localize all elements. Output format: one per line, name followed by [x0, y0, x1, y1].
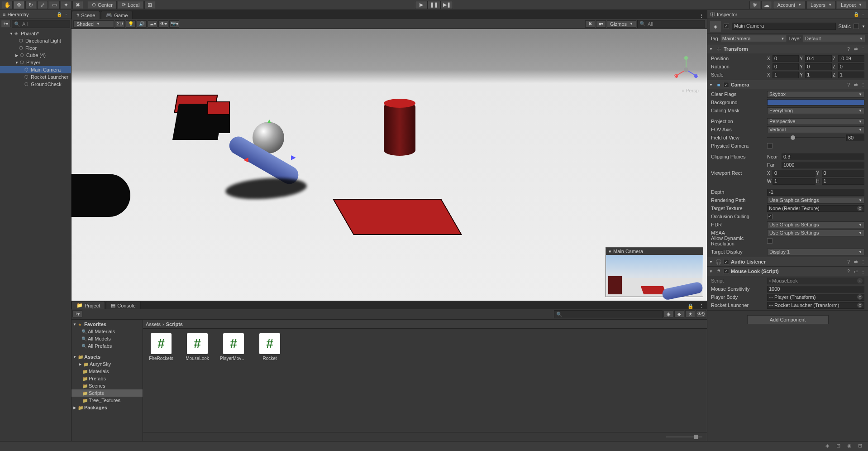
- dynamic-res-checkbox[interactable]: [767, 238, 773, 244]
- axis-y-arrow[interactable]: ▲: [266, 117, 272, 125]
- pivot-local-toggle[interactable]: ⟳Local: [118, 1, 143, 9]
- axis-z-arrow[interactable]: ▶: [291, 154, 296, 161]
- rotate-tool[interactable]: ↻: [25, 1, 36, 9]
- menu-icon[interactable]: ⋮: [860, 268, 866, 274]
- msaa-dropdown[interactable]: Use Graphics Settings▼: [767, 230, 864, 236]
- hierarchy-item-light[interactable]: ⬡Directional Light: [0, 37, 71, 44]
- project-filter-3[interactable]: ★: [685, 310, 695, 317]
- scale-tool[interactable]: ⤢: [37, 1, 48, 9]
- collab-icon[interactable]: ❋: [749, 1, 760, 9]
- transform-header[interactable]: ▼⊹Transform?⇄⋮: [707, 44, 868, 53]
- object-active-checkbox[interactable]: [724, 24, 729, 29]
- object-picker-icon[interactable]: ⊙: [857, 302, 863, 308]
- scene-search[interactable]: 🔍All: [637, 20, 705, 28]
- hand-tool[interactable]: ✋: [2, 1, 13, 9]
- object-picker-icon[interactable]: ⊙: [857, 206, 863, 211]
- folder-scenes[interactable]: 📁Scenes: [72, 382, 143, 389]
- favorites-root[interactable]: ▼★Favorites: [72, 321, 143, 328]
- add-component-button[interactable]: Add Component: [747, 315, 829, 324]
- viewport-y-input[interactable]: 0: [822, 170, 865, 177]
- layers-dropdown[interactable]: Layers▼: [806, 1, 836, 9]
- asset-rocket[interactable]: #Rocket: [256, 333, 283, 361]
- project-hidden-toggle[interactable]: 👁9: [696, 310, 706, 317]
- asset-playermove[interactable]: #PlayerMove...: [220, 333, 247, 361]
- clear-flags-dropdown[interactable]: Skybox▼: [767, 91, 864, 98]
- grid-size-slider[interactable]: [666, 437, 702, 437]
- hierarchy-add-button[interactable]: +▾: [1, 20, 11, 27]
- help-icon[interactable]: ?: [845, 259, 852, 265]
- scene-camera-toggle[interactable]: 📷▾: [169, 20, 179, 28]
- breadcrumb-scripts[interactable]: Scripts: [166, 321, 183, 327]
- folder-tree-textures[interactable]: 📁Tree_Textures: [72, 397, 143, 404]
- gameobject-icon[interactable]: ◈: [710, 21, 721, 32]
- scale-z-input[interactable]: 1: [838, 72, 864, 78]
- near-input[interactable]: 0.3: [782, 154, 864, 160]
- target-texture-field[interactable]: None (Render Texture)⊙: [767, 205, 864, 212]
- hierarchy-item-floor[interactable]: ⬡Floor: [0, 44, 71, 52]
- snap-toggle[interactable]: ⊞: [144, 1, 155, 9]
- static-checkbox[interactable]: [854, 24, 859, 29]
- scene-audio-toggle[interactable]: 🔊: [137, 20, 147, 28]
- rocket-launcher-field[interactable]: ⊹ Rocket Launcher (Transform)⊙: [767, 302, 864, 309]
- hierarchy-item-rocket-launcher[interactable]: ⬡Rocket Launcher: [0, 73, 71, 81]
- help-icon[interactable]: ?: [845, 268, 852, 274]
- culling-mask-dropdown[interactable]: Everything▼: [767, 107, 864, 114]
- scale-y-input[interactable]: 1: [805, 72, 831, 78]
- tag-dropdown[interactable]: MainCamera▼: [720, 35, 787, 42]
- sensitivity-input[interactable]: 1000: [767, 286, 864, 293]
- scene-root[interactable]: ▼◈Pharah*: [0, 30, 71, 37]
- folder-scripts[interactable]: 📁Scripts: [72, 389, 143, 397]
- scale-x-input[interactable]: 1: [773, 72, 799, 78]
- fov-slider[interactable]: [767, 137, 845, 138]
- scene-menu-icon[interactable]: ⋮: [696, 13, 707, 19]
- viewport-w-input[interactable]: 1: [773, 178, 816, 185]
- project-lock-icon[interactable]: 🔒: [685, 303, 696, 309]
- physical-camera-checkbox[interactable]: [767, 143, 773, 149]
- breadcrumb-assets[interactable]: Assets: [146, 321, 161, 327]
- inspector-menu-icon[interactable]: ⋮: [861, 12, 865, 17]
- fav-all-models[interactable]: 🔍All Models: [72, 335, 143, 342]
- preset-icon[interactable]: ⇄: [853, 46, 859, 52]
- layout-dropdown[interactable]: Layout▼: [837, 1, 866, 9]
- axis-x-arrow[interactable]: ◀: [243, 156, 248, 163]
- cloud-icon[interactable]: ☁: [761, 1, 772, 9]
- pos-x-input[interactable]: 0: [773, 55, 799, 62]
- tab-console[interactable]: ▤Console: [106, 301, 140, 309]
- help-icon[interactable]: ?: [845, 82, 852, 88]
- custom-tool[interactable]: ✖: [72, 1, 83, 9]
- scene-visibility-toggle[interactable]: 👁▾: [158, 20, 168, 28]
- background-color-field[interactable]: [767, 99, 864, 106]
- scene-light-toggle[interactable]: 💡: [126, 20, 136, 28]
- object-picker-icon[interactable]: ⊙: [857, 294, 863, 300]
- fav-all-prefabs[interactable]: 🔍All Prefabs: [72, 342, 143, 350]
- pivot-center-toggle[interactable]: ⊙Center: [88, 1, 117, 9]
- project-search[interactable]: 🔍: [554, 310, 663, 318]
- target-display-dropdown[interactable]: Display 1▼: [767, 249, 864, 255]
- move-tool[interactable]: ✥: [14, 1, 24, 9]
- help-icon[interactable]: ?: [845, 46, 852, 52]
- projection-dropdown[interactable]: Perspective▼: [767, 118, 864, 125]
- orientation-gizmo[interactable]: xz: [672, 56, 700, 83]
- rendering-path-dropdown[interactable]: Use Graphics Settings▼: [767, 197, 864, 204]
- menu-icon[interactable]: ⋮: [860, 46, 866, 52]
- rot-y-input[interactable]: 0: [805, 63, 831, 70]
- footer-icon-2[interactable]: ⊡: [836, 443, 844, 450]
- occlusion-checkbox[interactable]: [767, 214, 773, 219]
- mouselook-enabled-checkbox[interactable]: [724, 269, 729, 274]
- scene-viewport[interactable]: ▲ ▶ ◀ xz ≡ Persp ▾Main Camera: [72, 29, 707, 301]
- inspector-lock-icon[interactable]: 🔒: [854, 12, 859, 17]
- fov-input[interactable]: 60: [846, 134, 864, 141]
- play-button[interactable]: ▶: [415, 1, 428, 9]
- menu-icon[interactable]: ⋮: [860, 259, 866, 265]
- audio-listener-header[interactable]: ▼🎧Audio Listener?⇄⋮: [707, 257, 868, 266]
- hierarchy-search[interactable]: 🔍All: [12, 20, 70, 28]
- project-filter-1[interactable]: ◉: [663, 310, 673, 317]
- rot-z-input[interactable]: 0: [838, 63, 864, 70]
- hierarchy-item-player[interactable]: ▼⬡Player: [0, 59, 71, 66]
- pos-y-input[interactable]: 0.4: [805, 55, 831, 62]
- object-picker-icon[interactable]: ⊙: [857, 278, 863, 283]
- asset-mouselook[interactable]: #MouseLook: [184, 333, 211, 361]
- fav-all-materials[interactable]: 🔍All Materials: [72, 328, 143, 335]
- audio-enabled-checkbox[interactable]: [724, 259, 729, 264]
- mode-2d-toggle[interactable]: 2D: [115, 20, 125, 28]
